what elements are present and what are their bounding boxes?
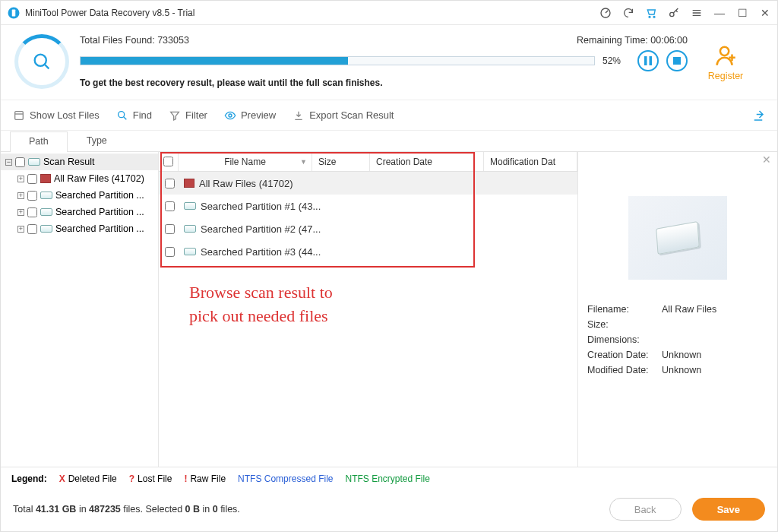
total-files-label: Total Files Found: — [80, 35, 155, 46]
expand-icon[interactable]: + — [17, 176, 24, 182]
tree-root-checkbox[interactable] — [15, 157, 25, 167]
gauge-icon[interactable] — [599, 7, 612, 19]
selection-summary: Total 41.31 GB in 487235 files. Selected… — [13, 504, 609, 515]
key-icon[interactable] — [668, 7, 680, 19]
show-lost-files-button[interactable]: Show Lost Files — [13, 109, 100, 122]
tree-root[interactable]: − Scan Result — [1, 154, 158, 170]
preview-thumbnail — [628, 196, 727, 280]
remaining-time-label: Remaining Time: — [577, 35, 648, 46]
refresh-icon[interactable] — [622, 7, 634, 19]
tabs: Path Type — [1, 131, 777, 152]
svg-rect-8 — [650, 56, 653, 65]
list-item[interactable]: Searched Partition #3 (44... — [159, 240, 577, 263]
close-button[interactable]: ✕ — [759, 7, 771, 19]
drive-icon — [40, 225, 52, 233]
filter-button[interactable]: Filter — [169, 109, 207, 122]
tree-item[interactable]: +Searched Partition ... — [1, 220, 158, 237]
svg-point-12 — [118, 111, 124, 117]
svg-rect-9 — [673, 57, 681, 65]
drive-icon — [40, 208, 52, 216]
export-scan-result-button[interactable]: Export Scan Result — [293, 109, 394, 122]
collapse-icon[interactable]: − — [5, 159, 12, 166]
expand-icon[interactable]: + — [17, 192, 24, 199]
column-creation-date[interactable]: Creation Date — [370, 152, 484, 171]
tree-item[interactable]: +All Raw Files (41702) — [1, 170, 158, 187]
window-title: MiniTool Power Data Recovery v8.5 - Tria… — [25, 8, 599, 18]
drive-icon — [184, 202, 196, 210]
select-all-checkbox[interactable] — [163, 157, 173, 166]
preview-modified-date: Unknown — [662, 365, 701, 375]
tab-type[interactable]: Type — [68, 131, 126, 151]
legend-title: Legend: — [11, 473, 47, 484]
preview-button[interactable]: Preview — [224, 109, 276, 122]
svg-point-13 — [229, 114, 232, 117]
tab-path[interactable]: Path — [10, 131, 68, 152]
preview-pane: ✕ Filename:All Raw Files Size: Dimension… — [578, 152, 777, 467]
legend-raw: !Raw File — [184, 473, 226, 484]
close-preview-icon[interactable]: ✕ — [762, 154, 771, 166]
save-button[interactable]: Save — [692, 498, 765, 521]
scan-note: To get the best recovery result, please … — [80, 78, 688, 88]
list-item[interactable]: Searched Partition #2 (47... — [159, 217, 577, 240]
scan-spinner — [14, 34, 69, 89]
column-file-name[interactable]: File Name▼ — [179, 152, 312, 171]
svg-point-6 — [35, 55, 46, 66]
register-button[interactable]: Register — [688, 43, 764, 81]
svg-rect-11 — [15, 111, 24, 119]
remaining-time-value: 00:06:00 — [650, 35, 688, 46]
svg-point-5 — [670, 12, 674, 16]
find-button[interactable]: Find — [116, 109, 152, 122]
raw-icon — [40, 174, 51, 183]
column-headers: File Name▼ Size Creation Date Modificati… — [159, 152, 577, 172]
legend-ntfs-encrypted: NTFS Encrypted File — [345, 473, 429, 484]
share-icon[interactable] — [751, 109, 765, 122]
app-icon — [7, 6, 21, 20]
tree-pane: − Scan Result +All Raw Files (41702) +Se… — [1, 152, 159, 467]
drive-icon — [184, 225, 196, 233]
annotation-text: Browse scan result to pick out needed fi… — [189, 281, 333, 328]
titlebar: MiniTool Power Data Recovery v8.5 - Tria… — [1, 1, 777, 25]
menu-icon[interactable] — [691, 7, 703, 19]
tree-item[interactable]: +Searched Partition ... — [1, 204, 158, 220]
raw-icon — [184, 179, 194, 188]
file-list-pane: File Name▼ Size Creation Date Modificati… — [159, 152, 578, 467]
progress-percent: 52% — [602, 55, 630, 66]
svg-point-10 — [720, 46, 729, 55]
legend-lost: ?Lost File — [129, 473, 172, 484]
minimize-button[interactable]: — — [713, 7, 726, 19]
total-files-value: 733053 — [157, 35, 189, 46]
cart-icon[interactable] — [645, 7, 657, 19]
preview-creation-date: Unknown — [662, 350, 701, 360]
preview-filename: All Raw Files — [662, 304, 716, 315]
column-size[interactable]: Size — [312, 152, 370, 171]
legend-bar: Legend: XDeleted File ?Lost File !Raw Fi… — [1, 467, 777, 490]
tree-item[interactable]: +Searched Partition ... — [1, 187, 158, 204]
action-toolbar: Show Lost Files Find Filter Preview Expo… — [1, 100, 777, 131]
list-item[interactable]: All Raw Files (41702) — [159, 172, 577, 195]
svg-point-3 — [649, 16, 650, 17]
svg-point-4 — [653, 16, 655, 17]
column-modification-date[interactable]: Modification Dat — [484, 152, 577, 171]
legend-deleted: XDeleted File — [59, 473, 117, 484]
drive-icon — [40, 192, 52, 199]
pause-button[interactable] — [637, 50, 659, 71]
expand-icon[interactable]: + — [17, 226, 24, 233]
sort-desc-icon: ▼ — [300, 158, 307, 166]
scan-panel: Total Files Found: 733053 Remaining Time… — [1, 25, 777, 100]
footer: Total 41.31 GB in 487235 files. Selected… — [1, 490, 777, 531]
list-item[interactable]: Searched Partition #1 (43... — [159, 195, 577, 217]
drive-icon — [184, 248, 196, 255]
progress-bar — [80, 56, 595, 65]
svg-rect-7 — [644, 56, 647, 65]
maximize-button[interactable]: ☐ — [736, 7, 748, 19]
stop-button[interactable] — [666, 50, 688, 71]
expand-icon[interactable]: + — [17, 209, 24, 216]
drive-icon — [28, 158, 40, 166]
legend-ntfs-compressed: NTFS Compressed File — [238, 473, 333, 484]
back-button[interactable]: Back — [609, 498, 682, 521]
svg-rect-1 — [12, 9, 16, 16]
